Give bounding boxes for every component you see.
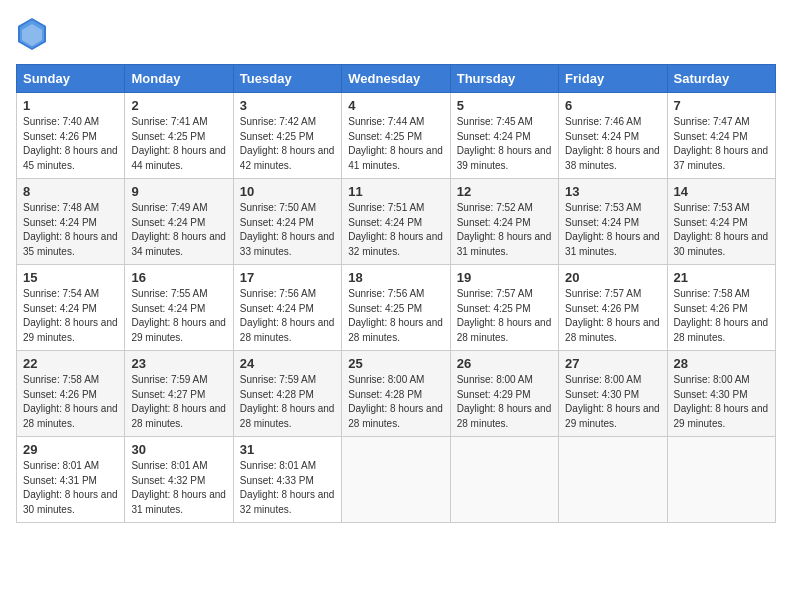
calendar-week-row: 22Sunrise: 7:58 AM Sunset: 4:26 PM Dayli… [17, 351, 776, 437]
day-info: Sunrise: 7:58 AM Sunset: 4:26 PM Dayligh… [674, 287, 769, 345]
day-info: Sunrise: 7:59 AM Sunset: 4:28 PM Dayligh… [240, 373, 335, 431]
day-number: 22 [23, 356, 118, 371]
day-info: Sunrise: 7:52 AM Sunset: 4:24 PM Dayligh… [457, 201, 552, 259]
calendar-week-row: 1Sunrise: 7:40 AM Sunset: 4:26 PM Daylig… [17, 93, 776, 179]
day-number: 24 [240, 356, 335, 371]
day-info: Sunrise: 7:49 AM Sunset: 4:24 PM Dayligh… [131, 201, 226, 259]
day-info: Sunrise: 8:00 AM Sunset: 4:30 PM Dayligh… [565, 373, 660, 431]
day-info: Sunrise: 7:57 AM Sunset: 4:26 PM Dayligh… [565, 287, 660, 345]
calendar-day-cell: 29Sunrise: 8:01 AM Sunset: 4:31 PM Dayli… [17, 437, 125, 523]
calendar-day-cell: 10Sunrise: 7:50 AM Sunset: 4:24 PM Dayli… [233, 179, 341, 265]
day-info: Sunrise: 7:58 AM Sunset: 4:26 PM Dayligh… [23, 373, 118, 431]
day-number: 21 [674, 270, 769, 285]
day-info: Sunrise: 7:56 AM Sunset: 4:25 PM Dayligh… [348, 287, 443, 345]
calendar-day-cell: 21Sunrise: 7:58 AM Sunset: 4:26 PM Dayli… [667, 265, 775, 351]
calendar-day-cell: 9Sunrise: 7:49 AM Sunset: 4:24 PM Daylig… [125, 179, 233, 265]
day-info: Sunrise: 8:00 AM Sunset: 4:29 PM Dayligh… [457, 373, 552, 431]
day-info: Sunrise: 7:44 AM Sunset: 4:25 PM Dayligh… [348, 115, 443, 173]
calendar-day-cell: 2Sunrise: 7:41 AM Sunset: 4:25 PM Daylig… [125, 93, 233, 179]
day-number: 20 [565, 270, 660, 285]
calendar-day-cell: 19Sunrise: 7:57 AM Sunset: 4:25 PM Dayli… [450, 265, 558, 351]
calendar-week-row: 15Sunrise: 7:54 AM Sunset: 4:24 PM Dayli… [17, 265, 776, 351]
day-info: Sunrise: 8:01 AM Sunset: 4:33 PM Dayligh… [240, 459, 335, 517]
calendar-day-cell: 6Sunrise: 7:46 AM Sunset: 4:24 PM Daylig… [559, 93, 667, 179]
day-number: 16 [131, 270, 226, 285]
calendar-day-cell: 16Sunrise: 7:55 AM Sunset: 4:24 PM Dayli… [125, 265, 233, 351]
day-number: 6 [565, 98, 660, 113]
calendar-day-cell: 24Sunrise: 7:59 AM Sunset: 4:28 PM Dayli… [233, 351, 341, 437]
day-number: 7 [674, 98, 769, 113]
day-info: Sunrise: 7:53 AM Sunset: 4:24 PM Dayligh… [565, 201, 660, 259]
day-of-week-header: Friday [559, 65, 667, 93]
day-number: 15 [23, 270, 118, 285]
day-info: Sunrise: 8:01 AM Sunset: 4:31 PM Dayligh… [23, 459, 118, 517]
calendar-week-row: 29Sunrise: 8:01 AM Sunset: 4:31 PM Dayli… [17, 437, 776, 523]
calendar-day-cell: 17Sunrise: 7:56 AM Sunset: 4:24 PM Dayli… [233, 265, 341, 351]
day-number: 3 [240, 98, 335, 113]
day-number: 26 [457, 356, 552, 371]
day-info: Sunrise: 7:42 AM Sunset: 4:25 PM Dayligh… [240, 115, 335, 173]
calendar-day-cell: 11Sunrise: 7:51 AM Sunset: 4:24 PM Dayli… [342, 179, 450, 265]
day-number: 28 [674, 356, 769, 371]
calendar-day-cell [667, 437, 775, 523]
calendar-day-cell: 14Sunrise: 7:53 AM Sunset: 4:24 PM Dayli… [667, 179, 775, 265]
day-of-week-header: Monday [125, 65, 233, 93]
day-info: Sunrise: 7:51 AM Sunset: 4:24 PM Dayligh… [348, 201, 443, 259]
day-number: 31 [240, 442, 335, 457]
day-number: 9 [131, 184, 226, 199]
day-number: 10 [240, 184, 335, 199]
day-number: 17 [240, 270, 335, 285]
day-of-week-header: Sunday [17, 65, 125, 93]
calendar-day-cell: 30Sunrise: 8:01 AM Sunset: 4:32 PM Dayli… [125, 437, 233, 523]
day-info: Sunrise: 7:46 AM Sunset: 4:24 PM Dayligh… [565, 115, 660, 173]
day-of-week-header: Thursday [450, 65, 558, 93]
calendar-table: SundayMondayTuesdayWednesdayThursdayFrid… [16, 64, 776, 523]
calendar-day-cell: 1Sunrise: 7:40 AM Sunset: 4:26 PM Daylig… [17, 93, 125, 179]
day-info: Sunrise: 7:47 AM Sunset: 4:24 PM Dayligh… [674, 115, 769, 173]
calendar-day-cell: 22Sunrise: 7:58 AM Sunset: 4:26 PM Dayli… [17, 351, 125, 437]
day-number: 12 [457, 184, 552, 199]
day-info: Sunrise: 7:54 AM Sunset: 4:24 PM Dayligh… [23, 287, 118, 345]
day-number: 2 [131, 98, 226, 113]
day-of-week-header: Saturday [667, 65, 775, 93]
day-number: 13 [565, 184, 660, 199]
day-info: Sunrise: 7:53 AM Sunset: 4:24 PM Dayligh… [674, 201, 769, 259]
day-number: 29 [23, 442, 118, 457]
calendar-day-cell: 13Sunrise: 7:53 AM Sunset: 4:24 PM Dayli… [559, 179, 667, 265]
day-number: 30 [131, 442, 226, 457]
day-info: Sunrise: 7:48 AM Sunset: 4:24 PM Dayligh… [23, 201, 118, 259]
day-of-week-header: Wednesday [342, 65, 450, 93]
day-info: Sunrise: 7:40 AM Sunset: 4:26 PM Dayligh… [23, 115, 118, 173]
calendar-day-cell [559, 437, 667, 523]
day-number: 1 [23, 98, 118, 113]
calendar-day-cell: 5Sunrise: 7:45 AM Sunset: 4:24 PM Daylig… [450, 93, 558, 179]
calendar-week-row: 8Sunrise: 7:48 AM Sunset: 4:24 PM Daylig… [17, 179, 776, 265]
day-info: Sunrise: 8:01 AM Sunset: 4:32 PM Dayligh… [131, 459, 226, 517]
calendar-day-cell: 28Sunrise: 8:00 AM Sunset: 4:30 PM Dayli… [667, 351, 775, 437]
day-info: Sunrise: 7:59 AM Sunset: 4:27 PM Dayligh… [131, 373, 226, 431]
logo [16, 16, 52, 52]
day-number: 23 [131, 356, 226, 371]
day-number: 25 [348, 356, 443, 371]
day-number: 5 [457, 98, 552, 113]
day-of-week-header: Tuesday [233, 65, 341, 93]
calendar-day-cell [342, 437, 450, 523]
calendar-day-cell [450, 437, 558, 523]
day-number: 19 [457, 270, 552, 285]
day-number: 11 [348, 184, 443, 199]
calendar-day-cell: 31Sunrise: 8:01 AM Sunset: 4:33 PM Dayli… [233, 437, 341, 523]
logo-icon [16, 16, 48, 52]
calendar-day-cell: 4Sunrise: 7:44 AM Sunset: 4:25 PM Daylig… [342, 93, 450, 179]
day-number: 14 [674, 184, 769, 199]
day-info: Sunrise: 8:00 AM Sunset: 4:30 PM Dayligh… [674, 373, 769, 431]
day-number: 18 [348, 270, 443, 285]
calendar-day-cell: 18Sunrise: 7:56 AM Sunset: 4:25 PM Dayli… [342, 265, 450, 351]
calendar-day-cell: 3Sunrise: 7:42 AM Sunset: 4:25 PM Daylig… [233, 93, 341, 179]
day-info: Sunrise: 7:55 AM Sunset: 4:24 PM Dayligh… [131, 287, 226, 345]
calendar-day-cell: 15Sunrise: 7:54 AM Sunset: 4:24 PM Dayli… [17, 265, 125, 351]
calendar-day-cell: 20Sunrise: 7:57 AM Sunset: 4:26 PM Dayli… [559, 265, 667, 351]
day-info: Sunrise: 7:41 AM Sunset: 4:25 PM Dayligh… [131, 115, 226, 173]
calendar-day-cell: 8Sunrise: 7:48 AM Sunset: 4:24 PM Daylig… [17, 179, 125, 265]
page-header [16, 16, 776, 52]
day-number: 8 [23, 184, 118, 199]
